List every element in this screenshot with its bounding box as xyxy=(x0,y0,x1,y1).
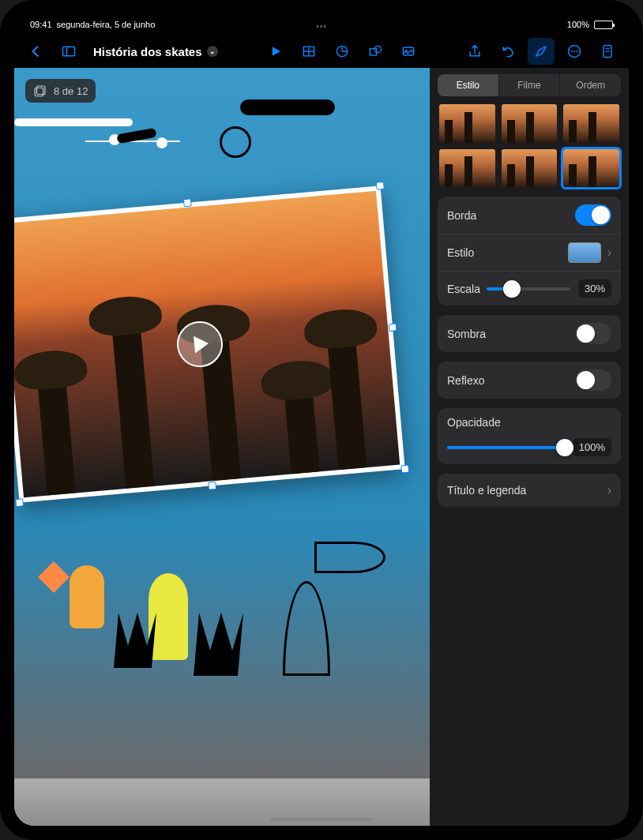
svg-point-7 xyxy=(374,46,381,52)
svg-rect-0 xyxy=(63,47,75,56)
svg-point-11 xyxy=(571,51,573,52)
reflection-label: Reflexo xyxy=(447,374,575,387)
shadow-toggle[interactable] xyxy=(575,323,611,344)
tab-movie[interactable]: Filme xyxy=(499,74,561,96)
shadow-row: Sombra xyxy=(438,315,621,352)
battery-icon xyxy=(594,21,613,29)
status-bar: 09:41 segunda-feira, 5 de junho ••• 100% xyxy=(14,14,629,35)
document-settings-button[interactable] xyxy=(594,38,621,65)
style-presets-grid xyxy=(430,104,629,197)
title-caption-label: Título e legenda xyxy=(447,484,601,497)
resize-handle[interactable] xyxy=(208,482,216,490)
style-preset[interactable] xyxy=(439,104,495,143)
media-insert-button[interactable] xyxy=(395,38,422,65)
chevron-right-icon: › xyxy=(607,246,611,260)
sidebar-toggle-button[interactable] xyxy=(55,38,82,65)
toolbar: História dos skates ⌄ xyxy=(14,35,629,68)
shadow-label: Sombra xyxy=(447,328,575,340)
svg-point-12 xyxy=(573,51,575,52)
title-caption-row[interactable]: Título e legenda › xyxy=(438,474,621,507)
home-indicator[interactable] xyxy=(270,818,373,821)
table-insert-button[interactable] xyxy=(295,38,322,65)
style-preset[interactable] xyxy=(502,104,558,143)
scale-row: Escala 30% xyxy=(438,272,621,306)
video-thumbnail xyxy=(14,191,400,497)
svg-rect-17 xyxy=(37,86,46,95)
share-button[interactable] xyxy=(461,38,488,65)
resize-handle[interactable] xyxy=(376,182,385,190)
format-inspector-panel: Estilo Filme Ordem Borda xyxy=(430,68,629,826)
inspector-tabs: Estilo Filme Ordem xyxy=(438,74,621,96)
svg-rect-18 xyxy=(35,88,43,96)
opacity-value: 100% xyxy=(573,438,611,456)
slide-canvas[interactable]: 8 de 12 xyxy=(14,68,430,826)
border-style-swatch xyxy=(568,242,601,263)
reflection-toggle[interactable] xyxy=(575,369,611,391)
resize-handle[interactable] xyxy=(400,465,409,474)
back-button[interactable] xyxy=(22,38,49,65)
scale-label: Escala xyxy=(447,283,487,295)
play-button[interactable] xyxy=(262,38,289,65)
battery-percent: 100% xyxy=(567,20,589,29)
opacity-slider[interactable] xyxy=(447,446,565,449)
status-date: segunda-feira, 5 de junho xyxy=(57,20,156,29)
slides-icon xyxy=(33,84,47,98)
format-inspector-button[interactable] xyxy=(528,38,555,65)
opacity-label: Opacidade xyxy=(447,416,611,429)
border-label: Borda xyxy=(447,209,575,222)
selected-video-object[interactable] xyxy=(14,186,405,502)
style-preset[interactable] xyxy=(563,104,619,143)
border-style-row[interactable]: Estilo › xyxy=(438,234,621,272)
slide-indicator-badge[interactable]: 8 de 12 xyxy=(25,79,96,103)
chevron-right-icon: › xyxy=(607,483,611,497)
style-preset[interactable] xyxy=(502,149,558,188)
resize-handle[interactable] xyxy=(389,323,397,332)
svg-point-13 xyxy=(576,51,577,52)
more-button[interactable] xyxy=(561,38,588,65)
document-title[interactable]: História dos skates ⌄ xyxy=(88,45,223,58)
tab-style[interactable]: Estilo xyxy=(438,74,499,96)
scale-slider[interactable] xyxy=(487,287,570,291)
style-preset-selected[interactable] xyxy=(563,149,619,188)
reflection-row: Reflexo xyxy=(438,362,621,399)
style-preset[interactable] xyxy=(439,149,495,188)
border-style-label: Estilo xyxy=(447,246,568,259)
multitask-dots[interactable]: ••• xyxy=(316,22,327,31)
slide-indicator-text: 8 de 12 xyxy=(54,85,88,97)
chart-insert-button[interactable] xyxy=(329,38,355,65)
tab-order[interactable]: Ordem xyxy=(560,74,621,96)
undo-button[interactable] xyxy=(494,38,521,65)
shape-insert-button[interactable] xyxy=(362,38,389,65)
border-row: Borda xyxy=(438,197,621,234)
border-toggle[interactable] xyxy=(575,204,611,226)
status-time: 09:41 xyxy=(30,20,52,29)
resize-handle[interactable] xyxy=(183,198,192,207)
resize-handle[interactable] xyxy=(15,498,24,507)
scale-value: 30% xyxy=(578,279,611,298)
chevron-down-icon: ⌄ xyxy=(207,46,218,57)
opacity-row: Opacidade 100% xyxy=(438,408,621,464)
document-title-text: História dos skates xyxy=(93,45,202,58)
